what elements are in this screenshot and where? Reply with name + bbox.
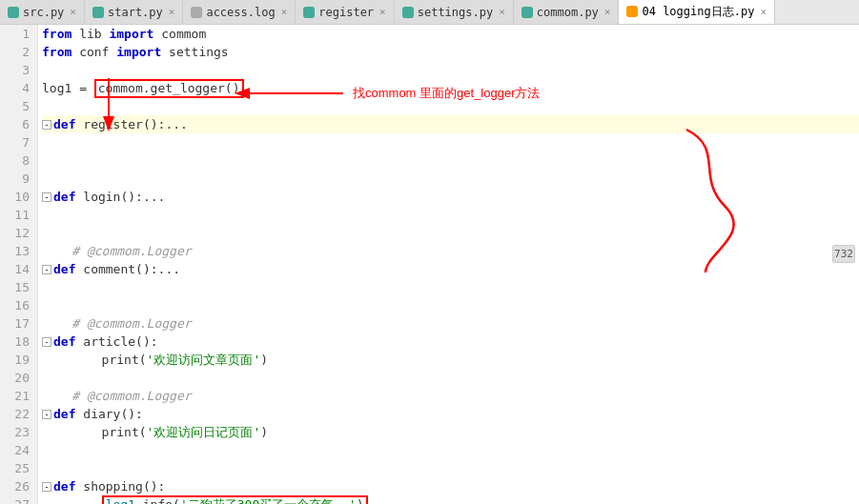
tab-logging[interactable]: 04 logging日志.py × [619,0,775,24]
svg-rect-3 [303,7,315,18]
scroll-indicator: 732 [832,245,855,263]
code-line-26: -def shopping(): [42,477,859,495]
tab-src-py[interactable]: src.py × [0,0,85,24]
code-line-11 [42,206,859,224]
collapse-icon-14[interactable]: - [42,265,51,274]
scroll-label: 732 [834,248,853,260]
code-line-18: -def article(): [42,333,859,351]
tab-settings-py[interactable]: settings.py × [395,0,514,24]
tab-start-py[interactable]: start.py × [85,0,183,24]
code-line-22: -def diary(): [42,405,859,423]
tab-label-7: 04 logging日志.py [642,4,754,20]
code-line-3 [42,61,859,79]
code-line-27: log1.info('二狗花了300买了一个充气..') [42,495,859,504]
code-line-12 [42,224,859,242]
tab-close-icon-3[interactable]: × [281,6,288,18]
code-line-15 [42,278,859,296]
code-lines[interactable]: from lib import commom from conf import … [38,25,859,504]
log-icon [191,7,202,18]
svg-rect-0 [8,7,19,18]
svg-rect-2 [191,7,202,18]
python-icon-5 [522,7,533,18]
svg-rect-4 [402,7,414,18]
code-line-13: # @commom.Logger [42,242,859,260]
code-line-24 [42,441,859,459]
code-line-8 [42,151,859,170]
code-line-10: -def login():... [42,188,859,206]
python-icon-6 [626,6,638,17]
tab-label-2: start.py [108,6,163,19]
tab-close-icon-7[interactable]: × [760,6,767,18]
line-numbers: 1 2 3 4 5 6 7 8 9 10 11 12 13 14 15 16 1… [0,25,38,504]
collapse-icon-18[interactable]: - [42,337,51,347]
code-line-9 [42,170,859,188]
code-line-6: -def register():... [42,115,859,133]
code-line-17: # @commom.Logger [42,314,859,333]
svg-rect-1 [92,7,104,18]
tab-close-icon-4[interactable]: × [379,6,386,18]
python-icon-4 [402,7,414,18]
code-line-19: print('欢迎访问文章页面') [42,351,859,369]
tab-register[interactable]: register × [296,0,394,24]
tab-label-5: settings.py [418,6,493,19]
tab-bar[interactable]: src.py × start.py × access.log × registe… [0,0,859,25]
svg-rect-6 [626,6,638,17]
code-line-20 [42,369,859,387]
collapse-icon-26[interactable]: - [42,482,51,492]
code-line-2: from conf import settings [42,43,859,61]
code-line-5 [42,97,859,115]
code-line-23: print('欢迎访问日记页面') [42,423,859,441]
tab-close-icon-2[interactable]: × [169,6,175,18]
collapse-icon-6[interactable]: - [42,120,51,130]
tab-close-icon-5[interactable]: × [499,6,505,18]
collapse-icon-10[interactable]: - [42,192,51,202]
code-container: 1 2 3 4 5 6 7 8 9 10 11 12 13 14 15 16 1… [0,25,859,504]
tab-label: src.py [23,6,64,19]
code-line-14: -def comment():... [42,260,859,278]
tab-close-icon-6[interactable]: × [604,6,611,18]
tab-access-log[interactable]: access.log × [183,0,296,24]
tab-commom-py[interactable]: commom.py × [514,0,620,24]
tab-label-4: register [318,6,374,19]
code-line-1: from lib import commom [42,25,859,43]
python-icon-2 [92,7,104,18]
svg-rect-5 [522,7,533,18]
python-icon-3 [303,7,315,18]
python-icon [8,7,19,18]
tab-close-icon[interactable]: × [70,6,76,18]
code-line-21: # @commom.Logger [42,387,859,405]
code-line-16 [42,296,859,314]
collapse-icon-22[interactable]: - [42,410,51,419]
code-line-7 [42,133,859,151]
code-line-25 [42,459,859,477]
tab-label-3: access.log [206,6,275,19]
tab-label-6: commom.py [537,6,599,19]
code-line-4: log1 = commom.get_logger() [42,79,859,97]
